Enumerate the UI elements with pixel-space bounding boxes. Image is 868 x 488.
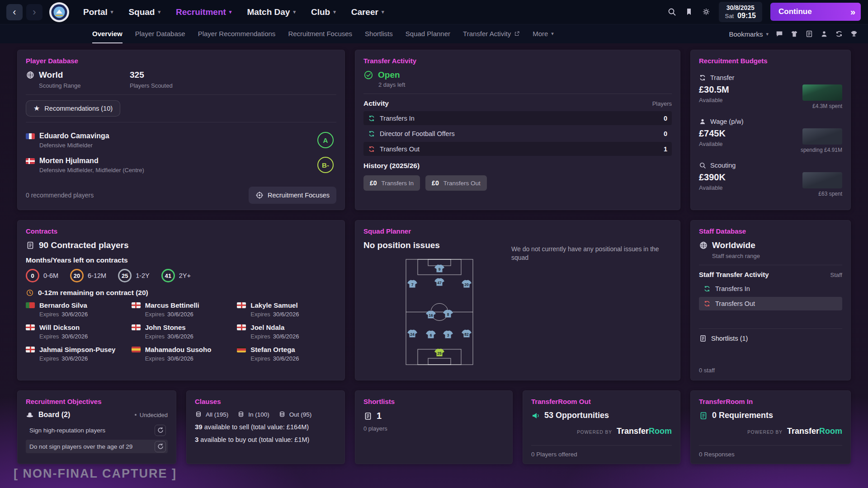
budget-amount: £390K [699, 172, 726, 183]
search-icon[interactable] [667, 7, 676, 16]
objective-refresh-button[interactable] [155, 425, 166, 436]
expiring-player[interactable]: John Stones Expires30/6/2026 [132, 324, 231, 340]
back-button[interactable]: ‹ [6, 4, 23, 20]
globe-icon [26, 70, 35, 80]
card-title: Contracts [26, 227, 336, 235]
tab-squad-planner[interactable]: Squad Planner [406, 24, 450, 43]
objective-refresh-button[interactable] [155, 441, 166, 452]
tab-transfer-activity[interactable]: Transfer Activity [463, 24, 520, 43]
chat-icon[interactable] [775, 30, 783, 38]
opportunities-row[interactable]: 53 Opportunities [531, 411, 672, 420]
transfer-budget-section[interactable]: Transfer £30.5M Available £4.3M spent [699, 70, 842, 114]
budget-amount: £745K [699, 128, 726, 139]
staff-shortlists-row[interactable]: Shortlists (1) [699, 334, 842, 343]
history-transfers-in-button[interactable]: £0 Transfers In [363, 175, 420, 191]
contract-bucket[interactable]: 41 2Y+ [161, 269, 191, 282]
expiring-player[interactable]: Stefan Ortega Expires30/6/2026 [237, 346, 336, 362]
transfers-out-row[interactable]: Transfers Out 1 [363, 142, 672, 156]
contract-bucket[interactable]: 0 0-6M [26, 269, 58, 282]
nav-squad[interactable]: Squad▾ [128, 7, 160, 17]
row-count: 1 [664, 145, 667, 153]
scouting-budget-section[interactable]: Scouting £390K Available £63 spent [699, 158, 842, 202]
clauses-card: Clauses All (195) In (100) Out (95) 39 a… [186, 390, 345, 464]
clauses-filter-out[interactable]: Out (95) [278, 411, 312, 418]
budget-note: spending £4.91M [801, 147, 842, 153]
shortlist-icon [699, 334, 707, 343]
players-scouted-value: 325 [130, 70, 173, 80]
requirements-row[interactable]: 0 Requirements [699, 411, 842, 420]
svg-text:9: 9 [439, 267, 441, 272]
shortlists-count-row[interactable]: 1 [363, 411, 504, 421]
staff-transfers-out-row[interactable]: Transfers Out [699, 297, 842, 310]
budget-spend-chart [802, 172, 842, 188]
clauses-filter-all[interactable]: All (195) [195, 411, 228, 418]
scouting-range-label: Scouting Range [39, 82, 130, 89]
player-position: Defensive Midfielder, Midfielder (Centre… [39, 167, 317, 174]
nav-match-day[interactable]: Match Day▾ [247, 7, 296, 17]
squad-planner-card: Squad Planner No position issues We do n… [355, 220, 680, 380]
expiring-player[interactable]: Jahmai Simpson-Pusey Expires30/6/2026 [26, 346, 125, 362]
continue-button[interactable]: Continue » [770, 3, 861, 21]
player-database-card: Player Database World Scouting Range 325… [17, 50, 345, 210]
clauses-filter-in[interactable]: In (100) [237, 411, 269, 418]
bookmark-icon[interactable] [684, 7, 693, 16]
players-column-header: Players [652, 100, 672, 107]
objective-row[interactable]: Do not sign players over the age of 29 [26, 440, 168, 453]
tab-player-database[interactable]: Player Database [135, 24, 185, 43]
nation-flag [26, 158, 35, 164]
shortlists-card: Shortlists 1 0 players [355, 390, 513, 464]
dof-offers-row[interactable]: Director of Football Offers 0 [363, 127, 672, 141]
tab-overview[interactable]: Overview [92, 24, 123, 43]
chevron-down-icon: ▾ [766, 32, 769, 37]
notes-icon[interactable] [805, 30, 813, 38]
club-badge[interactable] [49, 2, 70, 23]
tab-recruitment-focuses[interactable]: Recruitment Focuses [288, 24, 352, 43]
scout-search-icon[interactable] [820, 30, 828, 38]
card-title: Squad Planner [363, 227, 672, 235]
chevron-down-icon: ▾ [111, 9, 113, 14]
tab-shortlists[interactable]: Shortlists [365, 24, 393, 43]
contract-bucket[interactable]: 25 1-2Y [118, 269, 150, 282]
objective-row[interactable]: Sign high-reputation players [26, 423, 168, 437]
recommended-player-row[interactable]: Eduardo Camavinga Defensive Midfielder A [26, 128, 336, 153]
recommendations-button[interactable]: ★ Recommendations (10) [26, 100, 120, 117]
chevron-down-icon: ▾ [158, 9, 160, 14]
nation-flag [132, 302, 141, 308]
expiring-header: 0-12m remaining on contract (20) [38, 289, 148, 297]
expiring-player[interactable]: Lakyle Samuel Expires30/6/2026 [237, 301, 336, 318]
transferroom-brand: POWERED BY TransferRoom [531, 427, 672, 436]
sync-icon[interactable] [835, 30, 843, 38]
expiring-player[interactable]: Mahamadou Susoho Expires30/6/2026 [132, 346, 231, 362]
bookmarks-dropdown[interactable]: Bookmarks▾ [729, 30, 769, 38]
card-title: Shortlists [363, 398, 504, 405]
nav-recruitment[interactable]: Recruitment▾ [176, 7, 231, 17]
wage-budget-section[interactable]: Wage (p/w) £745K Available spending £4.9… [699, 114, 842, 158]
expiring-player[interactable]: Joel Ndala Expires30/6/2026 [237, 324, 336, 340]
expiring-player[interactable]: Bernardo Silva Expires30/6/2026 [26, 301, 125, 318]
forward-button[interactable]: › [26, 4, 42, 20]
shirt-centre-back: 6 [426, 331, 436, 338]
history-transfers-out-button[interactable]: £0 Transfers Out [425, 175, 487, 191]
expiring-player[interactable]: Will Dickson Expires30/6/2026 [26, 324, 125, 340]
objectives-status[interactable]: Undecided [135, 412, 168, 418]
recruitment-focuses-button[interactable]: Recruitment Focuses [249, 187, 336, 204]
transfers-in-row[interactable]: Transfers In 0 [363, 111, 672, 125]
game-date[interactable]: 30/8/2025 Sat09:15 [719, 2, 762, 23]
tab-more[interactable]: More▾ [533, 24, 554, 43]
kit-shirt-icon[interactable] [790, 30, 798, 38]
back-icon: ‹ [13, 6, 16, 18]
trophy-icon[interactable] [850, 30, 858, 38]
svg-text:82: 82 [464, 332, 469, 337]
recommended-player-row[interactable]: Morten Hjulmand Defensive Midfielder, Mi… [26, 153, 336, 178]
tab-player-recommendations[interactable]: Player Recommendations [198, 24, 276, 43]
contract-bucket[interactable]: 20 6-12M [70, 269, 106, 282]
expiring-player[interactable]: Marcus Bettinelli Expires30/6/2026 [132, 301, 231, 318]
budget-note: £63 spent [818, 191, 842, 197]
settings-gear-icon[interactable] [702, 7, 711, 16]
nav-portal[interactable]: Portal▾ [83, 7, 113, 17]
nav-career[interactable]: Career▾ [351, 7, 384, 17]
nav-club[interactable]: Club▾ [311, 7, 336, 17]
staff-activity-header: Staff Transfer Activity [699, 271, 769, 278]
search-icon [699, 162, 706, 169]
staff-transfers-in-row[interactable]: Transfers In [699, 282, 842, 296]
